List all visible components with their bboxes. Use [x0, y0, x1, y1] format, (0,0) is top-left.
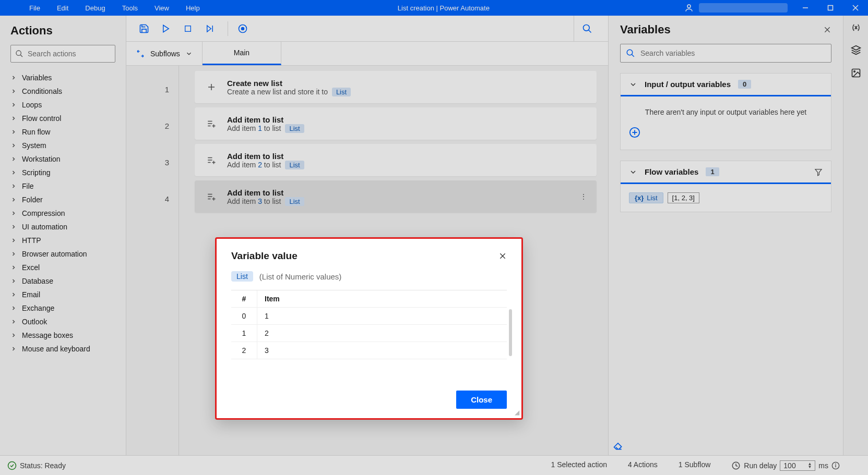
info-icon[interactable] [831, 461, 840, 470]
category-label: Scripting [22, 168, 50, 177]
line-number: 2 [126, 107, 179, 144]
variables-search[interactable] [620, 44, 831, 63]
step-icon [204, 119, 219, 128]
variables-search-input[interactable] [640, 49, 826, 57]
action-category[interactable]: System [6, 139, 124, 152]
flow-step[interactable]: Add item to listAdd item 2 to list List [195, 144, 597, 176]
svg-point-43 [8, 461, 16, 469]
action-category[interactable]: UI automation [6, 220, 124, 234]
eraser-icon [613, 441, 623, 451]
svg-line-14 [588, 30, 591, 32]
action-category[interactable]: Database [6, 274, 124, 288]
status-subflows: 1 Subflow [679, 460, 710, 471]
chevron-down-icon [629, 168, 637, 176]
actions-pane: Actions VariablesConditionalsLoopsFlow c… [0, 16, 126, 455]
action-category[interactable]: Mouse and keyboard [6, 342, 124, 356]
add-io-variable-button[interactable] [629, 127, 823, 138]
action-category[interactable]: Excel [6, 261, 124, 274]
chevron-right-icon [10, 129, 17, 135]
flow-step[interactable]: Add item to listAdd item 3 to list List⋮ [195, 180, 597, 213]
minimize-button[interactable] [793, 0, 818, 16]
actions-search-input[interactable] [28, 50, 119, 58]
table-row[interactable]: 23 [231, 342, 507, 359]
action-category[interactable]: File [6, 179, 124, 193]
action-category[interactable]: HTTP [6, 234, 124, 247]
actions-search[interactable] [10, 45, 115, 63]
variables-rail-button[interactable] [851, 23, 861, 32]
menu-tools[interactable]: Tools [114, 1, 146, 15]
category-label: Exchange [22, 304, 54, 312]
action-category[interactable]: Loops [6, 98, 124, 112]
step-button[interactable] [200, 19, 219, 38]
action-category[interactable]: Variables [6, 71, 124, 84]
statusbar: Status: Ready 1 Selected action 4 Action… [0, 455, 868, 475]
close-variables-button[interactable] [823, 26, 831, 34]
line-number: 4 [126, 180, 179, 217]
category-label: Conditionals [22, 87, 62, 95]
action-category[interactable]: Message boxes [6, 328, 124, 342]
action-category[interactable]: Flow control [6, 112, 124, 125]
step-description: Add item 3 to list List [227, 197, 304, 205]
chevron-right-icon [10, 142, 17, 149]
action-category[interactable]: Folder [6, 193, 124, 206]
images-rail-button[interactable] [851, 68, 861, 78]
subflows-dropdown[interactable]: Subflows [126, 42, 203, 65]
subflow-tabs: Subflows Main [126, 42, 608, 66]
svg-point-0 [687, 5, 691, 8]
filter-icon[interactable] [814, 168, 823, 176]
svg-rect-8 [185, 26, 191, 31]
menu-file[interactable]: File [21, 1, 49, 15]
table-row[interactable]: 12 [231, 325, 507, 342]
category-label: File [22, 182, 34, 190]
category-label: Run flow [22, 128, 50, 136]
action-category[interactable]: Outlook [6, 315, 124, 328]
actions-tree[interactable]: VariablesConditionalsLoopsFlow controlRu… [0, 69, 126, 455]
chevron-right-icon [10, 183, 17, 189]
popup-close-primary-button[interactable]: Close [456, 391, 507, 409]
titlebar: File Edit Debug Tools View Help List cre… [0, 0, 868, 16]
io-variables-empty: There aren't any input or output variabl… [629, 108, 823, 116]
category-label: Folder [22, 196, 43, 204]
menu-view[interactable]: View [146, 1, 177, 15]
designer-search-button[interactable] [574, 16, 600, 42]
action-category[interactable]: Exchange [6, 301, 124, 315]
step-title: Add item to list [227, 152, 304, 161]
save-button[interactable] [135, 19, 153, 38]
menu-help[interactable]: Help [177, 1, 208, 15]
menu-debug[interactable]: Debug [77, 1, 113, 15]
flow-variables-label: Flow variables [645, 167, 698, 176]
flow-step[interactable]: Add item to listAdd item 1 to list List [195, 107, 597, 140]
check-icon [7, 461, 17, 470]
account-name-blurred [699, 3, 788, 13]
layers-rail-button[interactable] [851, 45, 861, 55]
resize-grip[interactable]: ◢ [515, 409, 519, 416]
action-category[interactable]: Browser automation [6, 247, 124, 261]
flow-step[interactable]: Create new listCreate a new list and sto… [195, 71, 597, 103]
step-more-button[interactable]: ⋮ [580, 192, 587, 201]
tab-main[interactable]: Main [203, 42, 281, 65]
flow-variables-header[interactable]: Flow variables 1 [621, 161, 831, 184]
action-category[interactable]: Scripting [6, 166, 124, 179]
action-category[interactable]: Conditionals [6, 84, 124, 98]
account-icon[interactable] [679, 3, 699, 13]
popup-close-button[interactable] [498, 252, 507, 260]
table-row[interactable]: 01 [231, 308, 507, 325]
svg-point-47 [836, 464, 836, 464]
action-category[interactable]: Workstation [6, 152, 124, 166]
action-category[interactable]: Email [6, 288, 124, 301]
record-button[interactable] [233, 19, 252, 38]
popup-scrollbar[interactable] [509, 309, 512, 356]
category-label: Mouse and keyboard [22, 345, 90, 353]
action-category[interactable]: Compression [6, 206, 124, 220]
clear-variables-button[interactable] [609, 436, 843, 455]
close-window-button[interactable] [843, 0, 868, 16]
action-category[interactable]: Run flow [6, 125, 124, 139]
delay-input[interactable]: 100 ▲▼ [780, 460, 815, 471]
stop-button[interactable] [179, 19, 197, 38]
io-variables-header[interactable]: Input / output variables 0 [621, 74, 831, 96]
maximize-button[interactable] [818, 0, 843, 16]
flow-variable-chip[interactable]: {x} List [629, 192, 663, 203]
chevron-right-icon [10, 102, 17, 108]
menu-edit[interactable]: Edit [49, 1, 77, 15]
run-button[interactable] [157, 19, 175, 38]
